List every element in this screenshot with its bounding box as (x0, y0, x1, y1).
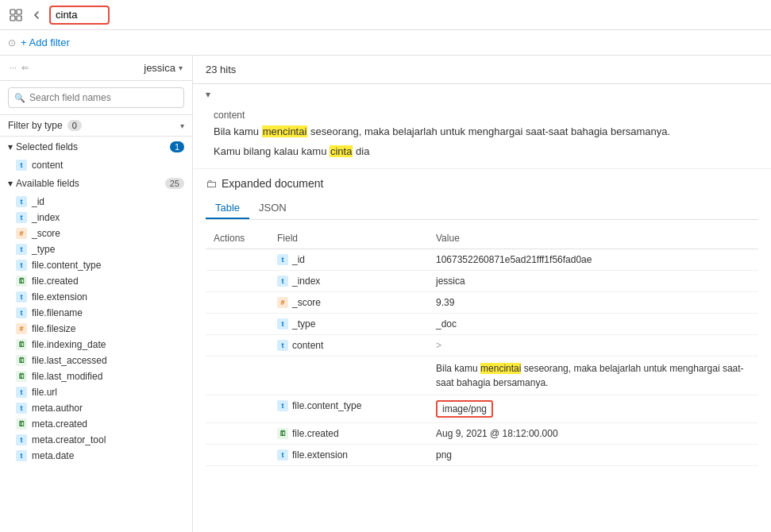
top-bar (0, 0, 771, 30)
table-row: 🗓file.createdAug 9, 2021 @ 18:12:00.000 (206, 422, 758, 444)
selected-fields-header[interactable]: ▾ Selected fields 1 (0, 137, 192, 157)
field-type-badge: 🗓 (16, 355, 27, 366)
field-type-badge: t (277, 340, 288, 351)
available-field-item[interactable]: t_id (0, 194, 192, 210)
add-filter-button[interactable]: + Add filter (21, 37, 70, 48)
table-row: tfile.extensionpng (206, 444, 758, 465)
field-cell: t_index (269, 270, 428, 291)
sidebar: ··· ⇐ jessica ▾ 🔍 Filter by type 0 ▾ (0, 56, 193, 532)
results-header: 23 hits (193, 56, 771, 84)
main-layout: ··· ⇐ jessica ▾ 🔍 Filter by type 0 ▾ (0, 56, 771, 532)
table-row: t_type_doc (206, 313, 758, 334)
field-name: meta.date (32, 450, 74, 461)
field-type-badge: t (277, 276, 288, 287)
table-row: t_indexjessica (206, 270, 758, 291)
value-cell: _doc (428, 313, 758, 334)
result-toggle[interactable]: ▾ (193, 84, 771, 105)
field-type-badge: # (277, 297, 288, 308)
field-name: file.last_accessed (32, 355, 107, 366)
filter-type-count: 0 (67, 120, 82, 131)
value-text: 9.39 (436, 297, 454, 308)
col-field: Field (269, 228, 428, 249)
expanded-table: Actions Field Value t_id1067352260871e5a… (206, 228, 758, 466)
field-type-badge: t (277, 254, 288, 265)
available-field-item[interactable]: t_index (0, 210, 192, 226)
field-type-badge: 🗓 (277, 428, 288, 439)
field-name: _score (32, 228, 60, 239)
field-name: _index (32, 212, 60, 223)
value-cell: png (428, 444, 758, 465)
tab-json[interactable]: JSON (249, 198, 296, 219)
available-field-item[interactable]: tfile.filename (0, 305, 192, 321)
value-text: png (436, 449, 452, 461)
available-field-item[interactable]: 🗓file.created (0, 273, 192, 289)
available-field-item[interactable]: 🗓meta.created (0, 416, 192, 432)
back-icon[interactable] (8, 7, 24, 23)
available-fields-header[interactable]: ▾ Available fields 25 (0, 173, 192, 194)
index-name[interactable]: jessica ▾ (144, 62, 183, 74)
field-name: _type (292, 318, 315, 330)
available-field-item[interactable]: tmeta.author (0, 400, 192, 416)
field-type-badge: t (277, 318, 288, 330)
index-selector[interactable]: ··· ⇐ jessica ▾ (0, 56, 192, 81)
field-name: _score (292, 297, 321, 308)
filter-by-type-label: Filter by type (8, 120, 63, 131)
field-name: file.indexing_date (32, 339, 106, 350)
field-name: meta.created (32, 418, 87, 430)
available-field-item[interactable]: tmeta.creator_tool (0, 432, 192, 448)
available-field-item[interactable]: #file.filesize (0, 321, 192, 337)
dots-icon: ··· (10, 63, 17, 73)
available-chevron-icon: ▾ (8, 178, 13, 189)
field-name: _type (32, 244, 55, 255)
value-cell: Bila kamu mencintai seseorang, maka bela… (428, 356, 758, 395)
field-cell: tfile.extension (269, 444, 428, 465)
chevron-left-icon[interactable] (29, 7, 44, 23)
available-fields-count: 25 (165, 178, 184, 189)
field-type-badge: t (16, 434, 27, 445)
available-field-item[interactable]: tfile.content_type (0, 257, 192, 273)
actions-cell (206, 444, 269, 465)
selected-fields-count: 1 (170, 141, 184, 152)
available-field-item[interactable]: #_score (0, 226, 192, 241)
value-red: image/png (436, 400, 493, 418)
available-field-item[interactable]: t_type (0, 241, 192, 257)
available-field-item[interactable]: tfile.url (0, 384, 192, 400)
selected-chevron-icon: ▾ (8, 141, 13, 152)
field-type-badge: 🗓 (16, 418, 27, 430)
result-text-1: Bila kamu mencintai seseorang, maka bela… (214, 124, 758, 141)
available-field-item[interactable]: 🗓file.last_modified (0, 368, 192, 384)
selected-field-item[interactable]: tcontent (0, 157, 192, 173)
search-fields-section: 🔍 (0, 81, 192, 115)
result-content: content Bila kamu mencintai seseorang, m… (193, 105, 771, 168)
filter-bar: ⊙ + Add filter (0, 30, 771, 56)
field-type-badge: t (16, 160, 27, 171)
field-name: file.last_modified (32, 371, 102, 382)
available-field-item[interactable]: 🗓file.last_accessed (0, 353, 192, 368)
available-field-item[interactable]: tfile.extension (0, 289, 192, 305)
tab-table[interactable]: Table (206, 198, 249, 219)
search-fields-input[interactable] (8, 87, 184, 108)
actions-cell (206, 395, 269, 422)
value-cell: jessica (428, 270, 758, 291)
available-fields-label: Available fields (16, 178, 79, 189)
search-input[interactable] (56, 9, 103, 21)
field-cell: #_score (269, 291, 428, 313)
field-type-badge: t (16, 196, 27, 207)
field-type-badge: 🗓 (16, 371, 27, 382)
field-type-badge: t (277, 400, 288, 411)
field-type-badge: t (16, 307, 27, 318)
filter-icon: ⊙ (8, 37, 16, 48)
tabs: Table JSON (206, 198, 758, 220)
available-field-item[interactable]: tmeta.date (0, 448, 192, 464)
available-field-item[interactable]: 🗓file.indexing_date (0, 337, 192, 353)
svg-rect-2 (10, 16, 15, 21)
field-name: file.filename (32, 307, 83, 318)
folder-icon: 🗀 (206, 177, 217, 190)
field-type-badge: t (16, 403, 27, 414)
value-chevron: > (436, 340, 441, 351)
filter-by-type[interactable]: Filter by type 0 ▾ (0, 115, 192, 137)
field-name: meta.creator_tool (32, 434, 106, 445)
actions-cell (206, 270, 269, 291)
result-item: ▾ content Bila kamu mencintai seseorang,… (193, 84, 771, 169)
search-pill[interactable] (49, 6, 110, 25)
